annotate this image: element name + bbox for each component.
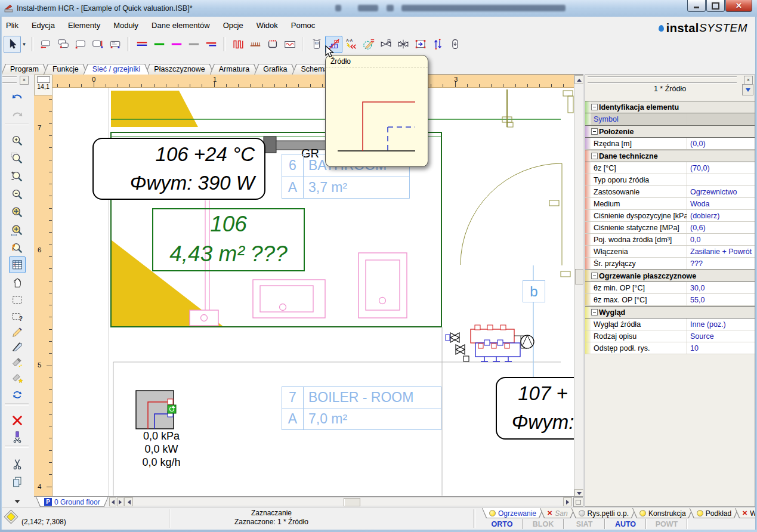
palette-grip[interactable] — [2, 76, 17, 83]
tab-armatura[interactable]: Armatura — [210, 64, 258, 75]
valve-symbol[interactable] — [450, 333, 459, 342]
property-row[interactable]: θz [°C](70,0) — [585, 162, 755, 174]
radiator-valve-button[interactable] — [106, 36, 123, 53]
collapse-icon[interactable] — [591, 128, 598, 135]
draw-circuit-button[interactable] — [360, 36, 377, 53]
menu-item-opcje[interactable]: Opcje — [223, 21, 243, 30]
select-arrow-button[interactable] — [4, 36, 21, 53]
glue-button[interactable] — [9, 354, 26, 370]
zoom-window-button[interactable] — [9, 150, 26, 167]
layer-tab-podk-ad[interactable]: Podkład — [690, 508, 739, 518]
glue-spark-button[interactable] — [9, 370, 26, 386]
property-row[interactable]: Typ oporu źródła — [585, 174, 755, 186]
layer-tab-rys-p-tli-o-p-[interactable]: Rys.pętli o.p. — [571, 508, 636, 518]
sheet-tab-ground-floor[interactable]: P 0 Ground floor — [36, 497, 109, 507]
radiator-label-107[interactable]: 107 + Φwym: — [496, 377, 574, 440]
property-row[interactable]: θz max. OP [°C]55,0 — [585, 294, 755, 306]
radiator-label-106[interactable]: 106 +24 °C Φwym: 390 W — [92, 138, 265, 200]
pipe-redblue-button[interactable] — [202, 36, 220, 53]
radiator-simple-button[interactable] — [72, 36, 89, 53]
sheet-prev-icon[interactable] — [109, 497, 116, 506]
valve-cross-button[interactable] — [394, 36, 412, 53]
rotate-handle[interactable] — [168, 405, 176, 413]
mode-toggle-auto[interactable]: AUTO — [605, 519, 647, 529]
section-header-4[interactable]: Wygląd — [585, 306, 755, 318]
menu-item-modu-y[interactable]: Moduły — [113, 21, 138, 30]
zoom-in-button[interactable] — [9, 132, 26, 149]
zoom-sheet-button[interactable] — [9, 222, 26, 239]
select-rect-button[interactable] — [9, 292, 26, 308]
connection-point-label[interactable]: b — [523, 280, 545, 302]
scroll-left-icon[interactable] — [124, 497, 133, 506]
meter-button[interactable] — [308, 36, 325, 53]
zoom-extents-button[interactable] — [9, 204, 26, 221]
section-header-0[interactable]: Identyfikacja elementu — [585, 101, 755, 113]
copy-button[interactable] — [9, 474, 26, 490]
menu-item-edycja[interactable]: Edycja — [32, 21, 55, 30]
property-row[interactable]: Wygląd źródłaInne (poz.) — [585, 318, 755, 330]
floor-loop-button[interactable] — [264, 36, 281, 53]
radiator-connect-button[interactable] — [89, 36, 106, 53]
property-row[interactable]: θz min. OP [°C]30,0 — [585, 282, 755, 294]
tab-p-aszczyznowe[interactable]: Płaszczyznowe — [145, 64, 214, 75]
collapse-icon[interactable] — [591, 273, 598, 279]
collapse-icon[interactable] — [591, 153, 598, 159]
boiler-button[interactable] — [446, 36, 464, 53]
radiator-double-button[interactable] — [54, 36, 72, 53]
valve-symbol[interactable] — [456, 345, 465, 354]
scroll-right-icon[interactable] — [563, 497, 572, 506]
zoom-previous-button[interactable] — [9, 240, 26, 256]
undo-button[interactable] — [9, 89, 26, 106]
aa-connection-button[interactable]: A-A — [342, 36, 360, 53]
layer-tab-wydruk[interactable]: ✕Wydruk — [735, 508, 757, 518]
tab-sie-grzejniki[interactable]: Sieć / grzejniki — [84, 64, 150, 75]
restore-button[interactable] — [706, 0, 725, 12]
room-label-106[interactable]: 106 4,43 m² ??? — [152, 208, 305, 271]
property-row[interactable]: Rodzaj opisuSource — [585, 330, 755, 342]
dropdown-arrow-icon[interactable]: ▼ — [21, 36, 27, 52]
mode-toggle-orto[interactable]: ORTO — [482, 519, 523, 529]
collapse-icon[interactable] — [591, 104, 598, 110]
pump-symbol[interactable] — [521, 335, 534, 348]
zoom-plus-minus-button[interactable] — [9, 168, 26, 185]
property-row[interactable]: MediumWoda — [585, 198, 755, 210]
canvas-vscrollbar[interactable] — [574, 75, 583, 507]
menu-item-pomoc[interactable]: Pomoc — [291, 21, 315, 30]
property-row[interactable]: Symbol — [585, 113, 755, 125]
menu-item-elementy[interactable]: Elementy — [68, 21, 100, 30]
property-row[interactable]: Odstęp podł. rys.10 — [585, 342, 755, 354]
valve-button[interactable] — [377, 36, 394, 53]
menu-item-dane-element-w[interactable]: Dane elementów — [152, 21, 210, 30]
close-button[interactable]: ✕ — [725, 0, 752, 12]
vscroll-thumb[interactable] — [575, 269, 583, 284]
menu-item-plik[interactable]: Plik — [6, 21, 18, 30]
floor-coil-button[interactable] — [229, 36, 246, 53]
pipe-green-button[interactable] — [150, 36, 168, 53]
mode-toggle-powt[interactable]: POWT — [647, 519, 688, 529]
minimize-button[interactable] — [687, 0, 706, 12]
scroll-up-icon[interactable] — [574, 75, 583, 84]
data-table-button[interactable] — [9, 256, 26, 273]
delete-button[interactable] — [9, 412, 26, 429]
tab-funkcje[interactable]: Funkcje — [44, 64, 88, 75]
draw-knife-button[interactable] — [9, 338, 26, 355]
pump-button[interactable] — [429, 36, 446, 53]
menu-item-widok[interactable]: Widok — [257, 21, 278, 30]
room-table-boiler[interactable]: 7BOILER - ROOM A7,0 m² — [282, 386, 441, 430]
layer-tab-ogrzewanie[interactable]: Ogrzewanie — [482, 508, 543, 518]
pipe-magenta-button[interactable] — [168, 36, 185, 53]
layer-tab-san[interactable]: ✕San — [540, 508, 575, 518]
layer-tab-konstrukcja[interactable]: Konstrukcja — [632, 508, 693, 518]
hscroll-thumb[interactable] — [344, 498, 360, 506]
drawing-canvas[interactable]: GR 0,0 kPa 106 +24 °C Φwym: 390 W 6BATHR… — [52, 88, 574, 496]
disconnect-button[interactable] — [9, 428, 26, 445]
radiator-valve-block[interactable] — [264, 137, 276, 153]
mode-toggle-siat[interactable]: SIAT — [564, 519, 605, 529]
canvas-hscrollbar[interactable] — [123, 497, 572, 506]
tab-program[interactable]: Program — [1, 64, 48, 75]
section-header-2[interactable]: Dane techniczne — [585, 150, 755, 162]
floor-comb-button[interactable] — [246, 36, 264, 53]
floor-zone-button[interactable] — [281, 36, 298, 53]
property-row[interactable]: Śr. przyłączy??? — [585, 258, 755, 270]
pipe-pair-button[interactable] — [133, 36, 150, 53]
